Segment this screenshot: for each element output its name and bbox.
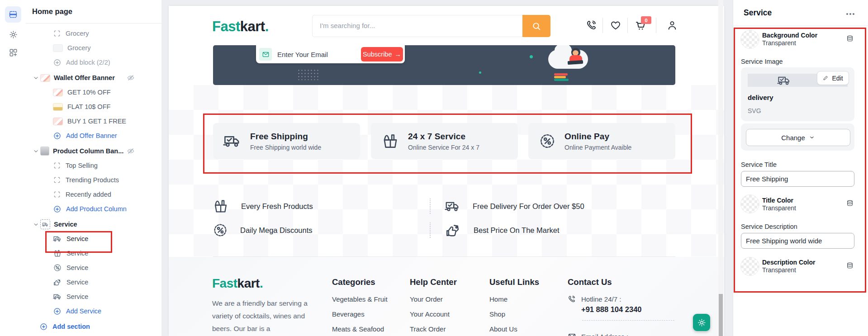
tree-item-service-section[interactable]: Service: [26, 217, 161, 232]
plus-circle-icon: [53, 132, 62, 140]
hotline-number[interactable]: +91 888 104 2340: [581, 305, 642, 314]
truck-icon: [40, 219, 50, 229]
chevron-down-icon[interactable]: [33, 75, 39, 81]
footer-link[interactable]: Your Account: [410, 310, 450, 318]
block-thumbnail: [53, 89, 63, 96]
site-search-bar: [312, 15, 550, 37]
plus-circle-icon: [53, 205, 62, 213]
tree-item-grocery[interactable]: Grocery: [26, 26, 161, 41]
footer-link[interactable]: Track Order: [410, 325, 446, 333]
block-thumbnail: [53, 118, 63, 125]
footer-link[interactable]: Vegetables & Fruit: [332, 295, 388, 303]
user-icon[interactable]: [666, 19, 678, 31]
search-button[interactable]: [522, 15, 550, 37]
placeholder-bracket-icon: [53, 176, 61, 184]
block-thumbnail: [53, 103, 63, 111]
tree-item-add-block[interactable]: Add block (2/2): [26, 55, 161, 70]
add-product-column-button[interactable]: Add Product Column: [26, 202, 161, 216]
tree-item-product-column-banner[interactable]: Product Column Ban...: [26, 144, 161, 158]
search-icon: [531, 21, 541, 31]
footer-link[interactable]: Beverages: [332, 310, 365, 318]
settings-icon[interactable]: [5, 26, 21, 43]
service-title-input[interactable]: [741, 171, 854, 187]
hand-dollar-icon: [53, 278, 62, 287]
footer-heading-help-center: Help Center: [410, 277, 457, 287]
basket-icon: [381, 132, 400, 151]
edit-image-button[interactable]: Edit: [817, 71, 849, 85]
more-menu-icon[interactable]: [846, 13, 854, 15]
page-builder-app: Home page Grocery Grocery Add block (2/2…: [0, 0, 868, 336]
editor-canvas: Fastkart. 0: [161, 0, 733, 336]
sections-icon[interactable]: [5, 6, 21, 23]
header-divider: [602, 18, 603, 33]
tree-item-service-5[interactable]: Service: [26, 289, 161, 304]
service-description-input[interactable]: [741, 233, 854, 249]
preview-scrollbar-track[interactable]: [718, 0, 723, 336]
database-icon[interactable]: [846, 262, 854, 270]
basket-icon: [53, 249, 62, 258]
database-icon[interactable]: [846, 199, 854, 208]
tree-item-service-selected[interactable]: Service: [26, 232, 161, 246]
database-icon[interactable]: [846, 35, 854, 43]
subscribe-button[interactable]: Subscribe→: [361, 47, 403, 62]
dashed-divider: [582, 320, 674, 321]
tree-item-get-10-off[interactable]: GET 10% OFF: [26, 85, 161, 99]
footer-link[interactable]: Meats & Seafood: [332, 325, 384, 333]
footer-link[interactable]: About Us: [489, 325, 517, 333]
service-card-free-shipping[interactable]: Free ShippingFree Shipping world wide: [213, 123, 360, 159]
feature-item: Daily Mega Discounts: [212, 222, 313, 239]
add-section-button[interactable]: Add section: [26, 319, 161, 334]
dot-decoration: [530, 55, 533, 58]
block-thumbnail: [40, 147, 49, 156]
footer-link[interactable]: Your Order: [410, 295, 443, 303]
tree-item-flat-10-off[interactable]: FLAT 10$ OFF: [26, 99, 161, 114]
add-service-button[interactable]: Add Service: [26, 304, 161, 318]
search-input[interactable]: [313, 15, 519, 36]
badge-percent-icon: [53, 263, 62, 272]
preview-scrollbar-thumb[interactable]: [719, 294, 723, 336]
background-color-value: Transparent: [762, 39, 796, 47]
tree-item-grocery-2[interactable]: Grocery: [26, 41, 161, 55]
service-card-24x7[interactable]: 24 x 7 ServiceOnline Service For 24 x 7: [371, 123, 518, 159]
title-color-swatch[interactable]: [740, 194, 759, 213]
eye-off-icon[interactable]: [127, 74, 135, 82]
tree-item-trending-products[interactable]: Trending Products: [26, 173, 161, 187]
block-thumbnail: [40, 74, 50, 82]
description-color-swatch[interactable]: [740, 257, 759, 276]
block-thumbnail: [53, 44, 63, 52]
theme-settings-fab[interactable]: [693, 314, 710, 331]
dot-decoration: [479, 71, 481, 74]
cart-count-badge: 0: [641, 16, 651, 24]
change-image-card: Change: [741, 123, 854, 151]
chevron-down-icon[interactable]: [33, 148, 39, 155]
pencil-icon: [823, 75, 829, 81]
service-card-online-pay[interactable]: Online PayOnline Payment Avaible: [528, 123, 675, 159]
tree-item-top-selling[interactable]: Top Selling: [26, 158, 161, 173]
widgets-add-icon[interactable]: [5, 44, 21, 61]
tree-item-wallet-offer-banner[interactable]: Wallet Offer Banner: [26, 71, 161, 85]
footer-logo[interactable]: Fastkart.: [212, 276, 263, 291]
heart-icon[interactable]: [610, 19, 621, 31]
tree-item-service-2[interactable]: Service: [26, 246, 161, 260]
chevron-down-icon[interactable]: [33, 221, 39, 228]
fastkart-logo[interactable]: Fastkart.: [212, 19, 269, 35]
placeholder-bracket-icon: [53, 29, 61, 38]
footer-link[interactable]: Shop: [489, 310, 505, 318]
layers-sidebar: Home page Grocery Grocery Add block (2/2…: [26, 0, 161, 336]
add-offer-banner-button[interactable]: Add Offer Banner: [26, 128, 161, 143]
email-input[interactable]: [276, 47, 357, 62]
phone-icon[interactable]: [586, 19, 598, 31]
header-divider: [627, 18, 628, 33]
placeholder-bracket-icon: [53, 190, 61, 199]
tree-item-recently-added[interactable]: Recently added: [26, 187, 161, 202]
icon-rail: [0, 0, 26, 336]
tree-item-buy1-get1[interactable]: BUY 1 GET 1 FREE: [26, 114, 161, 128]
footer-link[interactable]: Home: [489, 295, 508, 303]
image-card: Edit delivery SVG: [741, 67, 854, 121]
change-image-button[interactable]: Change: [746, 129, 850, 146]
tree-item-service-4[interactable]: Service: [26, 275, 161, 289]
background-color-swatch[interactable]: [740, 30, 759, 49]
tree-item-service-3[interactable]: Service: [26, 260, 161, 275]
eye-off-icon[interactable]: [127, 147, 135, 155]
background-color-label: Background Color: [762, 32, 817, 39]
